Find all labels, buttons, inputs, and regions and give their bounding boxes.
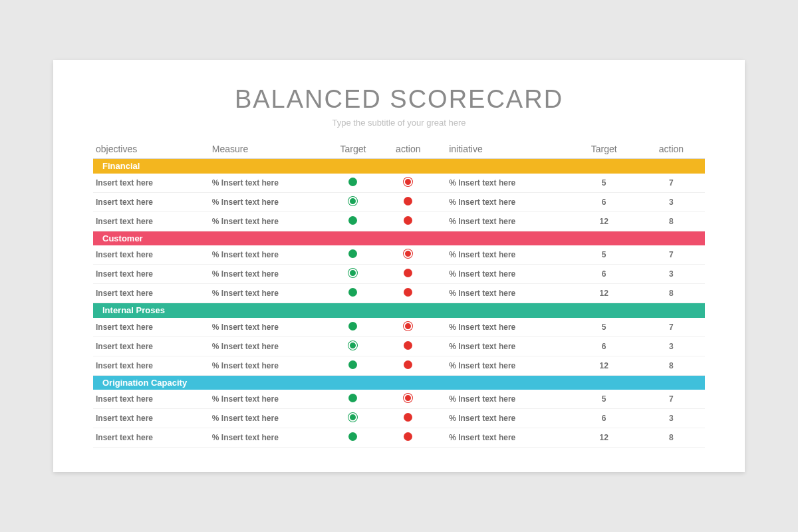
cell-objective[interactable]: Insert text here bbox=[93, 192, 209, 211]
status-red-icon bbox=[404, 288, 412, 297]
cell-initiative[interactable]: % Insert text here bbox=[436, 192, 570, 211]
cell-measure[interactable]: % Insert text here bbox=[209, 265, 326, 284]
cell-objective[interactable]: Insert text here bbox=[93, 409, 209, 428]
cell-objective[interactable]: Insert text here bbox=[93, 428, 209, 448]
section-label: Origination Capacity bbox=[93, 375, 209, 390]
cell-initiative[interactable]: % Insert text here bbox=[436, 211, 570, 231]
cell-objective[interactable]: Insert text here bbox=[93, 284, 209, 303]
cell-measure[interactable]: % Insert text here bbox=[209, 356, 326, 375]
status-green-icon bbox=[348, 432, 357, 441]
cell-action-value: 3 bbox=[638, 192, 705, 211]
cell-measure[interactable]: % Insert text here bbox=[209, 284, 326, 303]
cell-target-value: 6 bbox=[571, 336, 638, 356]
cell-initiative[interactable]: % Insert text here bbox=[436, 409, 570, 428]
cell-action-icon bbox=[380, 336, 436, 356]
status-green-icon bbox=[348, 413, 357, 422]
scorecard-table: objectives Measure Target action initiat… bbox=[93, 140, 705, 448]
status-green-icon bbox=[348, 197, 357, 205]
table-row: Insert text here% Insert text here% Inse… bbox=[93, 428, 705, 448]
cell-action-value: 7 bbox=[638, 318, 705, 337]
cell-measure[interactable]: % Insert text here bbox=[209, 336, 326, 356]
cell-initiative[interactable]: % Insert text here bbox=[436, 428, 570, 448]
cell-initiative[interactable]: % Insert text here bbox=[436, 336, 570, 356]
status-red-icon bbox=[404, 432, 412, 441]
cell-initiative[interactable]: % Insert text here bbox=[436, 318, 570, 337]
cell-action-value: 3 bbox=[638, 336, 705, 356]
col-initiative: initiative bbox=[436, 140, 570, 159]
table-row: Insert text here% Insert text here% Inse… bbox=[93, 284, 705, 303]
status-red-icon bbox=[404, 249, 412, 258]
status-green-icon bbox=[348, 216, 357, 225]
cell-initiative[interactable]: % Insert text here bbox=[436, 245, 570, 265]
cell-target-value: 5 bbox=[571, 245, 638, 265]
cell-objective[interactable]: Insert text here bbox=[93, 356, 209, 375]
cell-measure[interactable]: % Insert text here bbox=[209, 428, 326, 448]
cell-objective[interactable]: Insert text here bbox=[93, 211, 209, 231]
cell-target-icon bbox=[326, 390, 381, 409]
cell-target-value: 12 bbox=[571, 211, 638, 231]
cell-target-value: 6 bbox=[571, 409, 638, 428]
cell-initiative[interactable]: % Insert text here bbox=[436, 284, 570, 303]
status-red-icon bbox=[404, 269, 412, 277]
section-bar: Origination Capacity bbox=[93, 375, 705, 390]
cell-measure[interactable]: % Insert text here bbox=[209, 318, 326, 337]
cell-measure[interactable]: % Insert text here bbox=[209, 245, 326, 265]
table-row: Insert text here% Insert text here% Inse… bbox=[93, 211, 705, 231]
cell-target-icon bbox=[326, 284, 381, 303]
table-row: Insert text here% Insert text here% Inse… bbox=[93, 174, 705, 193]
cell-objective[interactable]: Insert text here bbox=[93, 245, 209, 265]
status-red-icon bbox=[404, 216, 412, 225]
cell-action-value: 7 bbox=[638, 174, 705, 193]
col-objectives: objectives bbox=[93, 140, 209, 159]
status-green-icon bbox=[348, 341, 357, 350]
cell-measure[interactable]: % Insert text here bbox=[209, 192, 326, 211]
cell-target-icon bbox=[326, 356, 381, 375]
cell-initiative[interactable]: % Insert text here bbox=[436, 390, 570, 409]
cell-target-value: 12 bbox=[571, 284, 638, 303]
cell-objective[interactable]: Insert text here bbox=[93, 336, 209, 356]
status-green-icon bbox=[348, 394, 357, 402]
status-red-icon bbox=[404, 360, 412, 369]
cell-measure[interactable]: % Insert text here bbox=[209, 174, 326, 193]
cell-action-value: 8 bbox=[638, 211, 705, 231]
cell-action-icon bbox=[380, 192, 436, 211]
cell-action-icon bbox=[380, 428, 436, 448]
cell-target-icon bbox=[326, 265, 381, 284]
cell-measure[interactable]: % Insert text here bbox=[209, 409, 326, 428]
cell-initiative[interactable]: % Insert text here bbox=[436, 356, 570, 375]
section-label: Customer bbox=[93, 231, 209, 245]
status-red-icon bbox=[404, 413, 412, 422]
table-row: Insert text here% Insert text here% Inse… bbox=[93, 245, 705, 265]
table-body: FinancialInsert text here% Insert text h… bbox=[93, 159, 705, 448]
cell-action-icon bbox=[380, 356, 436, 375]
cell-target-icon bbox=[326, 192, 381, 211]
cell-action-icon bbox=[380, 245, 436, 265]
col-target1: Target bbox=[326, 140, 381, 159]
status-green-icon bbox=[348, 178, 357, 186]
cell-objective[interactable]: Insert text here bbox=[93, 390, 209, 409]
cell-action-value: 3 bbox=[638, 409, 705, 428]
table-row: Insert text here% Insert text here% Inse… bbox=[93, 318, 705, 337]
cell-target-value: 5 bbox=[571, 318, 638, 337]
status-green-icon bbox=[348, 269, 357, 277]
cell-action-icon bbox=[380, 265, 436, 284]
cell-objective[interactable]: Insert text here bbox=[93, 174, 209, 193]
cell-target-icon bbox=[326, 428, 381, 448]
cell-objective[interactable]: Insert text here bbox=[93, 318, 209, 337]
cell-action-value: 7 bbox=[638, 390, 705, 409]
cell-target-icon bbox=[326, 336, 381, 356]
slide: BALANCED SCORECARD Type the subtitle of … bbox=[53, 60, 745, 472]
cell-initiative[interactable]: % Insert text here bbox=[436, 265, 570, 284]
cell-action-icon bbox=[380, 409, 436, 428]
cell-target-value: 6 bbox=[571, 265, 638, 284]
slide-subtitle[interactable]: Type the subtitle of your great here bbox=[93, 118, 705, 128]
status-green-icon bbox=[348, 288, 357, 297]
cell-target-icon bbox=[326, 174, 381, 193]
status-red-icon bbox=[404, 197, 412, 205]
cell-objective[interactable]: Insert text here bbox=[93, 265, 209, 284]
cell-measure[interactable]: % Insert text here bbox=[209, 390, 326, 409]
cell-measure[interactable]: % Insert text here bbox=[209, 211, 326, 231]
table-row: Insert text here% Insert text here% Inse… bbox=[93, 409, 705, 428]
cell-target-icon bbox=[326, 318, 381, 337]
cell-initiative[interactable]: % Insert text here bbox=[436, 174, 570, 193]
